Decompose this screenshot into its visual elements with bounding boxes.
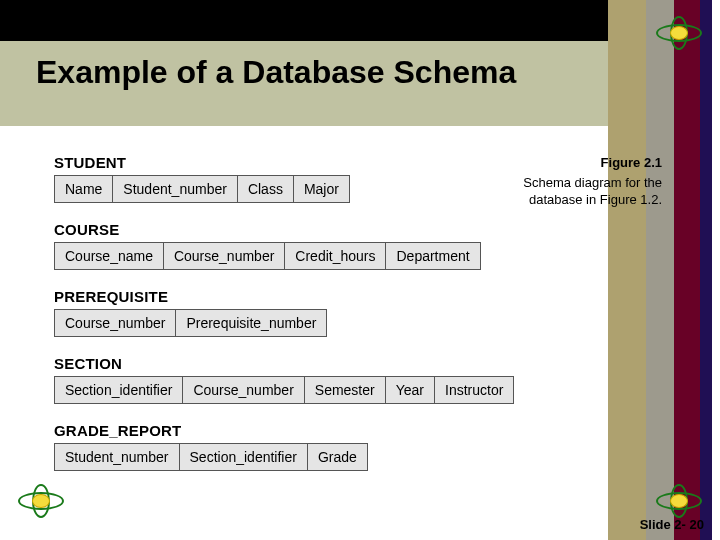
- schema-row: Student_numberSection_identifierGrade: [54, 443, 654, 471]
- schema-column: Instructor: [434, 376, 514, 404]
- schema-row: Course_nameCourse_numberCredit_hoursDepa…: [54, 242, 654, 270]
- atom-icon: [18, 484, 64, 518]
- schema-column: Semester: [304, 376, 386, 404]
- schema-block: PREREQUISITECourse_numberPrerequisite_nu…: [54, 288, 654, 337]
- schema-column: Credit_hours: [284, 242, 386, 270]
- atom-icon: [656, 484, 702, 518]
- schema-column: Year: [385, 376, 435, 404]
- schema-column: Student_number: [112, 175, 238, 203]
- figure-number: Figure 2.1: [490, 154, 662, 172]
- schema-column: Grade: [307, 443, 368, 471]
- schema-row: Section_identifierCourse_numberSemesterY…: [54, 376, 654, 404]
- decor-stripe-navy: [700, 0, 712, 540]
- schema-column: Section_identifier: [54, 376, 183, 404]
- slide-title: Example of a Database Schema: [36, 54, 516, 91]
- schema-name: SECTION: [54, 355, 654, 372]
- schema-column: Department: [385, 242, 480, 270]
- atom-icon: [656, 16, 702, 50]
- figure-caption-text: Schema diagram for the database in Figur…: [523, 175, 662, 208]
- schema-name: COURSE: [54, 221, 654, 238]
- top-black-bar: [0, 0, 608, 41]
- schema-column: Student_number: [54, 443, 180, 471]
- schema-block: SECTIONSection_identifierCourse_numberSe…: [54, 355, 654, 404]
- decor-stripe-maroon: [674, 0, 700, 540]
- schema-column: Major: [293, 175, 350, 203]
- schema-column: Course_number: [54, 309, 176, 337]
- schema-column: Course_name: [54, 242, 164, 270]
- figure-caption: Figure 2.1 Schema diagram for the databa…: [490, 154, 662, 209]
- schema-column: Section_identifier: [179, 443, 308, 471]
- schema-column: Prerequisite_number: [175, 309, 327, 337]
- schema-name: GRADE_REPORT: [54, 422, 654, 439]
- schema-name: PREREQUISITE: [54, 288, 654, 305]
- slide-number: Slide 2- 20: [640, 517, 704, 532]
- schema-block: COURSECourse_nameCourse_numberCredit_hou…: [54, 221, 654, 270]
- schema-column: Class: [237, 175, 294, 203]
- schema-column: Course_number: [163, 242, 285, 270]
- schema-column: Course_number: [182, 376, 304, 404]
- schema-row: Course_numberPrerequisite_number: [54, 309, 654, 337]
- schema-block: GRADE_REPORTStudent_numberSection_identi…: [54, 422, 654, 471]
- schema-column: Name: [54, 175, 113, 203]
